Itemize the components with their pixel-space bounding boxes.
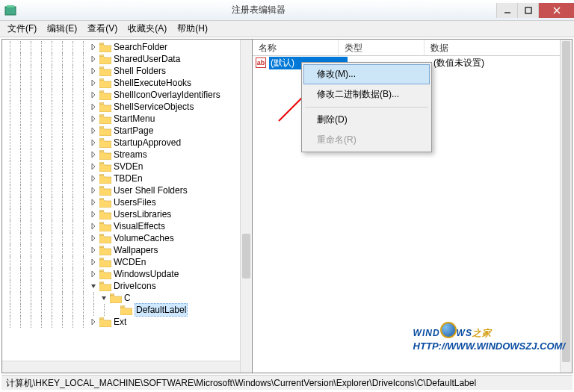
tree-node[interactable]: WCDEn (5, 256, 252, 268)
tree-node-label: ShellIconOverlayIdentifiers (114, 89, 220, 101)
maximize-button[interactable] (517, 3, 538, 18)
tree-pane: SearchFolderSharedUserDataShell FoldersS… (2, 40, 253, 373)
tree-node[interactable]: UsersFiles (5, 196, 252, 208)
tree-node-label: C (124, 292, 131, 304)
tree-node[interactable]: SVDEn (5, 161, 252, 172)
tree-node[interactable]: ShellExecuteHooks (5, 77, 252, 89)
tree-node-label: TBDEn (114, 172, 143, 184)
menubar: 文件(F) 编辑(E) 查看(V) 收藏夹(A) 帮助(H) (0, 21, 574, 37)
window-title: 注册表编辑器 (21, 4, 496, 16)
tree-node[interactable]: C (5, 292, 252, 304)
value-data: (数值未设置) (433, 57, 569, 69)
context-modify[interactable]: 修改(M)... (303, 64, 430, 84)
column-name[interactable]: 名称 (253, 40, 339, 55)
column-data[interactable]: 数据 (425, 40, 572, 55)
svg-rect-3 (525, 7, 531, 13)
context-modify-binary[interactable]: 修改二进制数据(B)... (303, 84, 430, 105)
list-header: 名称 类型 数据 (253, 40, 572, 56)
column-type[interactable]: 类型 (339, 40, 425, 55)
tree-node[interactable]: DefaultLabel (5, 304, 252, 316)
tree-vscrollbar[interactable] (240, 40, 252, 373)
statusbar-path: 计算机\HKEY_LOCAL_MACHINE\SOFTWARE\Microsof… (6, 378, 476, 388)
tree-node[interactable]: ShellIconOverlayIdentifiers (5, 89, 252, 101)
tree-node-label: StartupApproved (114, 137, 181, 149)
tree-node-label: StartMenu (114, 113, 155, 125)
tree-node-label: DriveIcons (114, 280, 156, 292)
tree-node-label: DefaultLabel (135, 303, 188, 317)
tree-node-label: ShellExecuteHooks (114, 77, 191, 89)
window-buttons (496, 3, 574, 18)
tree-node[interactable]: WindowsUpdate (5, 268, 252, 280)
context-separator (305, 107, 428, 108)
tree-node-label: StartPage (114, 125, 153, 137)
tree-node[interactable]: StartPage (5, 125, 252, 137)
app-icon (4, 4, 16, 16)
tree-node-label: SharedUserData (114, 53, 180, 65)
tree-node[interactable]: DriveIcons (5, 280, 252, 292)
tree-node-label: WCDEn (114, 256, 146, 268)
menu-help[interactable]: 帮助(H) (173, 21, 212, 37)
tree-node[interactable]: User Shell Folders (5, 184, 252, 196)
titlebar: 注册表编辑器 (0, 0, 574, 21)
statusbar: 计算机\HKEY_LOCAL_MACHINE\SOFTWARE\Microsof… (1, 375, 573, 390)
tree-node-label: SearchFolder (114, 41, 167, 53)
tree-node-label: ShellServiceObjects (114, 101, 194, 113)
list-vscrollbar[interactable] (560, 40, 572, 373)
context-delete[interactable]: 删除(D) (303, 110, 430, 130)
tree-node[interactable]: ShellServiceObjects (5, 101, 252, 113)
menu-favorites[interactable]: 收藏夹(A) (123, 21, 171, 37)
tree-node-label: WindowsUpdate (114, 268, 179, 280)
tree-node[interactable]: VolumeCaches (5, 232, 252, 244)
tree-node[interactable]: UsersLibraries (5, 208, 252, 220)
tree-node[interactable]: StartupApproved (5, 137, 252, 149)
tree-node-label: UsersFiles (114, 196, 156, 208)
svg-rect-1 (7, 5, 14, 7)
tree-node[interactable]: Streams (5, 149, 252, 161)
close-button[interactable] (538, 3, 574, 18)
tree-node-label: Streams (114, 149, 147, 161)
menu-edit[interactable]: 编辑(E) (43, 21, 81, 37)
menu-file[interactable]: 文件(F) (3, 21, 41, 37)
tree-node-label: UsersLibraries (114, 208, 171, 220)
tree-node-label: SVDEn (114, 161, 143, 172)
tree-node-label: Shell Folders (114, 65, 166, 77)
tree-node[interactable]: VisualEffects (5, 220, 252, 232)
tree-node[interactable]: Wallpapers (5, 244, 252, 256)
menu-view[interactable]: 查看(V) (83, 21, 122, 37)
tree-node[interactable]: StartMenu (5, 113, 252, 125)
context-menu: 修改(M)... 修改二进制数据(B)... 删除(D) 重命名(R) (301, 62, 432, 152)
tree-node[interactable]: SharedUserData (5, 53, 252, 65)
tree-node[interactable]: Shell Folders (5, 65, 252, 77)
tree-node-label: VisualEffects (114, 220, 165, 232)
tree-node[interactable]: TBDEn (5, 172, 252, 184)
tree-node[interactable]: SearchFolder (5, 41, 252, 53)
tree-node-label: VolumeCaches (114, 232, 174, 244)
svg-rect-0 (5, 7, 16, 15)
client-area: SearchFolderSharedUserDataShell FoldersS… (1, 39, 573, 373)
tree-node-label: Wallpapers (114, 244, 158, 256)
string-value-icon: ab (256, 57, 266, 68)
tree-node-label: User Shell Folders (114, 184, 188, 196)
tree-node-label: Ext (114, 316, 126, 328)
tree-hscrollbar[interactable] (2, 361, 240, 373)
tree-node[interactable]: Ext (5, 316, 252, 328)
context-rename: 重命名(R) (303, 130, 430, 150)
minimize-button[interactable] (496, 3, 517, 18)
registry-tree[interactable]: SearchFolderSharedUserDataShell FoldersS… (2, 40, 252, 329)
